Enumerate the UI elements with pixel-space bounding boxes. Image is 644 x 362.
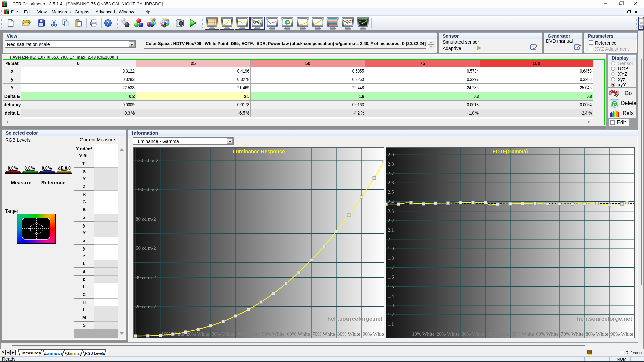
svg-text:2: 2 [388,237,390,242]
svg-text:70% White: 70% White [312,331,335,337]
svg-text:1.5: 1.5 [388,284,394,289]
svg-text:40 cd m-2: 40 cd m-2 [136,275,156,280]
svg-text:50% White: 50% White [262,331,285,337]
svg-text:?: ? [107,20,109,26]
svg-text:60% White: 60% White [536,331,559,337]
svg-text:1.2: 1.2 [388,312,394,317]
svg-text:70% White: 70% White [561,331,584,337]
svg-text:20 cd m-2: 20 cd m-2 [136,304,156,309]
svg-text:60% White: 60% White [287,331,310,337]
svg-text:hcfr.sourceforge.net: hcfr.sourceforge.net [577,316,632,322]
svg-text:40% White: 40% White [486,331,509,337]
svg-text:1.4: 1.4 [388,293,394,299]
svg-text:40% White: 40% White [237,331,260,337]
svg-text:2.7: 2.7 [388,171,394,176]
svg-text:50% White: 50% White [511,331,534,337]
svg-text:30% White: 30% White [212,331,234,337]
svg-text:60 cd m-2: 60 cd m-2 [136,245,156,251]
svg-text:90% White: 90% White [610,331,633,337]
svg-text:80% White: 80% White [337,331,360,337]
svg-text:Luminance Response: Luminance Response [233,148,285,154]
svg-text:20% White: 20% White [186,331,209,337]
svg-text:2.6: 2.6 [388,180,394,185]
svg-text:30% White: 30% White [462,331,484,337]
svg-text:1.3: 1.3 [388,303,394,308]
svg-text:2.9: 2.9 [388,152,394,157]
svg-text:1.6: 1.6 [388,274,394,280]
svg-text:EOTF(Gamma): EOTF(Gamma) [492,148,528,154]
svg-text:10% White: 10% White [412,331,435,337]
svg-text:2.5: 2.5 [388,189,394,195]
svg-text:120 cd m-2: 120 cd m-2 [136,158,158,163]
svg-text:2.2: 2.2 [388,218,394,223]
svg-text:2.1: 2.1 [388,227,394,233]
svg-text:80% White: 80% White [586,331,608,337]
svg-text:1.7: 1.7 [388,265,394,270]
svg-text:90% White: 90% White [363,331,384,337]
svg-text:1.9: 1.9 [388,246,394,251]
svg-text:2.8: 2.8 [388,161,394,167]
svg-text:80 cd m-2: 80 cd m-2 [136,216,156,222]
svg-text:hcfr.sourceforge.net: hcfr.sourceforge.net [327,316,383,322]
svg-text:100 cd m-2: 100 cd m-2 [136,187,158,192]
svg-text:20% White: 20% White [437,331,460,337]
svg-text:2.3: 2.3 [388,208,394,214]
svg-text:1.8: 1.8 [388,255,394,261]
svg-text:1.1: 1.1 [388,321,394,327]
